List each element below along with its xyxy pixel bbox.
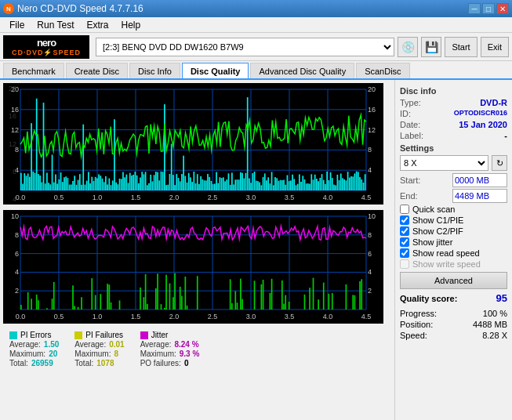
disc-label-row: Label: - [400, 131, 507, 140]
legend-area: PI Errors Average: 1.50 Maximum: 20 Tota… [3, 329, 391, 369]
jitter-max-label: Maximum: [140, 349, 176, 358]
quality-score-row: Quality score: 95 [400, 292, 507, 304]
pi-failures-max-value: 8 [114, 349, 118, 358]
show-c1-checkbox[interactable] [400, 215, 409, 225]
disc-type-value: DVD-R [480, 98, 507, 107]
pi-errors-total-value: 26959 [31, 359, 53, 368]
top-chart-container: 20161284 [3, 83, 391, 208]
tab-create-disc[interactable]: Create Disc [66, 63, 128, 78]
pi-errors-max-value: 20 [49, 349, 57, 358]
tab-benchmark[interactable]: Benchmark [3, 63, 64, 78]
show-write-speed-checkbox [400, 259, 409, 269]
speed-select[interactable]: 8 X [400, 155, 488, 171]
end-mb-row: End: [400, 189, 507, 203]
y-axis-left-top: 20161284 [3, 83, 17, 205]
save-button[interactable]: 💾 [421, 37, 441, 57]
advanced-button[interactable]: Advanced [400, 272, 507, 289]
pi-errors-label: PI Errors [20, 331, 51, 339]
speed-settings-row: 8 X ↻ [400, 155, 507, 171]
position-row: Position: 4488 MB [400, 320, 507, 329]
app-logo: nero CD·DVD⚡SPEED [3, 35, 89, 59]
pi-failures-total-label: Total: [74, 359, 93, 368]
drive-select[interactable]: [2:3] BENQ DVD DD DW1620 B7W9 [96, 38, 394, 56]
pi-failures-total-value: 1078 [96, 359, 114, 368]
po-failures-value: 0 [184, 359, 189, 368]
minimize-button[interactable]: ─ [468, 3, 481, 14]
jitter-color [140, 331, 148, 339]
show-c1-row: Show C1/PIE [400, 215, 507, 225]
show-read-speed-row: Show read speed [400, 248, 507, 258]
settings-refresh-button[interactable]: ↻ [492, 155, 507, 171]
start-button[interactable]: Start [445, 37, 477, 57]
menu-help[interactable]: Help [115, 18, 147, 32]
disc-label-label: Label: [400, 131, 423, 140]
start-mb-input[interactable] [452, 173, 507, 187]
disc-type-row: Type: DVD-R [400, 98, 507, 107]
show-jitter-checkbox[interactable] [400, 237, 409, 247]
show-c2-row: Show C2/PIF [400, 226, 507, 236]
close-button[interactable]: ✕ [496, 3, 509, 14]
menu-extra[interactable]: Extra [80, 18, 114, 32]
start-mb-row: Start: [400, 173, 507, 187]
show-c2-label: Show C2/PIF [412, 226, 463, 236]
tab-disc-quality[interactable]: Disc Quality [182, 63, 249, 78]
progress-section: Progress: 100 % Position: 4488 MB Speed:… [400, 309, 507, 340]
disc-id-value: OPTODISCR016 [454, 109, 507, 118]
menu-run-test[interactable]: Run Test [31, 18, 80, 32]
legend-pi-failures: PI Failures Average: 0.01 Maximum: 8 Tot… [74, 331, 124, 368]
start-mb-label: Start: [400, 176, 420, 185]
show-read-speed-checkbox[interactable] [400, 248, 409, 258]
progress-label: Progress: [400, 309, 437, 318]
title-bar: N Nero CD-DVD Speed 4.7.7.16 ─ □ ✕ [0, 0, 512, 17]
disc-date-value: 15 Jan 2020 [459, 120, 507, 129]
position-label: Position: [400, 320, 433, 329]
show-c2-checkbox[interactable] [400, 226, 409, 236]
maximize-button[interactable]: □ [482, 3, 495, 14]
quality-score-label: Quality score: [400, 294, 457, 303]
show-write-speed-row: Show write speed [400, 259, 507, 269]
disc-date-label: Date: [400, 120, 420, 129]
disc-id-row: ID: OPTODISCR016 [400, 109, 507, 118]
menu-file[interactable]: File [3, 18, 31, 32]
jitter-label: Jitter [151, 331, 169, 339]
pi-failures-max-label: Maximum: [74, 349, 111, 358]
pi-errors-max-label: Maximum: [9, 349, 45, 358]
show-jitter-label: Show jitter [412, 237, 452, 247]
show-write-speed-label: Show write speed [412, 259, 481, 269]
show-c1-label: Show C1/PIE [412, 215, 463, 225]
show-jitter-row: Show jitter [400, 237, 507, 247]
legend-jitter: Jitter Average: 8.24 % Maximum: 9.3 % PO… [140, 331, 200, 368]
top-chart [3, 83, 383, 205]
pi-failures-avg-label: Average: [74, 340, 106, 349]
right-panel: Disc info Type: DVD-R ID: OPTODISCR016 D… [394, 80, 512, 420]
bottom-chart [3, 210, 383, 324]
end-mb-input[interactable] [452, 189, 507, 203]
show-read-speed-label: Show read speed [412, 248, 480, 258]
pi-failures-avg-value: 0.01 [109, 340, 124, 349]
end-mb-label: End: [400, 191, 418, 201]
quick-scan-row: Quick scan [400, 205, 507, 214]
jitter-avg-label: Average: [140, 340, 172, 349]
tab-bar: Benchmark Create Disc Disc Info Disc Qua… [0, 61, 512, 80]
position-value: 4488 MB [473, 320, 507, 329]
jitter-max-value: 9.3 % [180, 349, 200, 358]
disc-icon-button[interactable]: 💿 [398, 37, 418, 57]
progress-value: 100 % [483, 309, 507, 318]
disc-type-label: Type: [400, 98, 421, 107]
app-icon: N [3, 3, 14, 14]
speed-value: 8.28 X [482, 331, 507, 340]
pi-errors-avg-value: 1.50 [44, 340, 59, 349]
quick-scan-label: Quick scan [412, 205, 455, 214]
exit-button[interactable]: Exit [481, 37, 509, 57]
main-content: 20161284 PI Errors Average: 1.50 Maximum… [0, 80, 512, 420]
quick-scan-checkbox[interactable] [400, 205, 409, 214]
tab-disc-info[interactable]: Disc Info [129, 63, 180, 78]
settings-title: Settings [400, 143, 507, 153]
tab-scandisc[interactable]: ScanDisc [356, 63, 409, 78]
legend-pi-errors: PI Errors Average: 1.50 Maximum: 20 Tota… [9, 331, 59, 368]
pi-failures-color [74, 331, 82, 339]
menu-bar: File Run Test Extra Help [0, 17, 512, 33]
disc-info-title: Disc info [400, 86, 507, 96]
tab-advanced-disc-quality[interactable]: Advanced Disc Quality [250, 63, 354, 78]
progress-row: Progress: 100 % [400, 309, 507, 318]
